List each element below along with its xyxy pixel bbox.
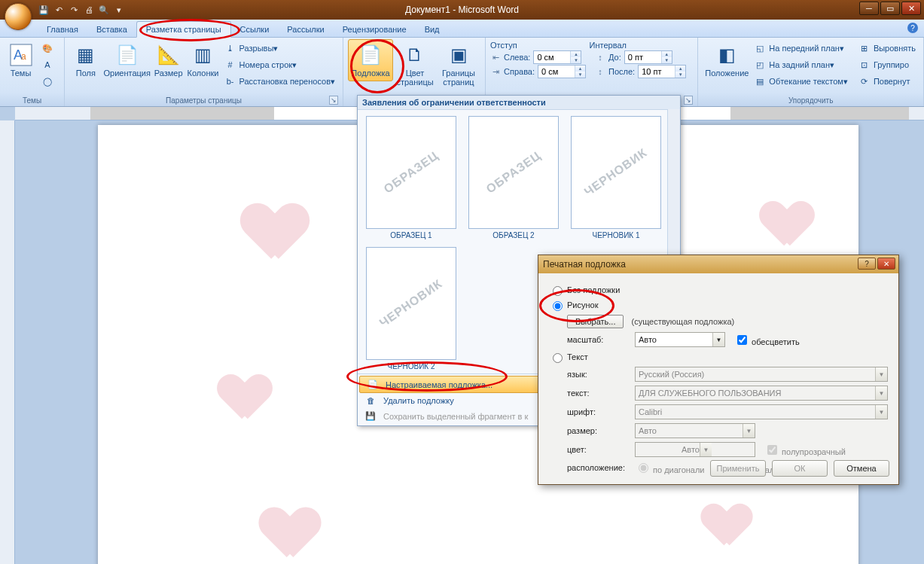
front-icon: ◱ (754, 42, 766, 54)
page-setup-launcher[interactable]: ↘ (329, 96, 338, 105)
watermark-thumb[interactable]: ОБРАЗЕЦОБРАЗЕЦ 1 (364, 116, 459, 239)
orientation-button[interactable]: 📄Ориентация (102, 39, 152, 81)
colors-icon: 🎨 (41, 42, 53, 54)
vertical-ruler[interactable] (0, 120, 15, 564)
orientation-icon: 📄 (115, 43, 139, 67)
close-button[interactable]: ✕ (901, 2, 921, 15)
watermark-thumb[interactable]: ОБРАЗЕЦОБРАЗЕЦ 2 (466, 116, 561, 239)
tab-insert[interactable]: Вставка (87, 22, 136, 37)
dialog-close-button[interactable]: ✕ (877, 258, 895, 270)
office-button[interactable] (5, 3, 32, 30)
radio-text[interactable]: Текст (549, 351, 888, 363)
spacing-header: Интервал (590, 41, 627, 50)
redo-icon[interactable]: ↷ (68, 4, 80, 16)
print-icon[interactable]: 🖨 (83, 4, 95, 16)
group-themes: Aa Темы 🎨 A ◯ Темы (0, 38, 65, 106)
columns-button[interactable]: ▥Колонки (185, 39, 221, 81)
indent-header: Отступ (490, 41, 517, 50)
theme-colors-button[interactable]: 🎨 (38, 41, 59, 56)
group-label-arrange: Упорядочить (703, 95, 919, 106)
radio-picture[interactable]: Рисунок (549, 299, 888, 311)
theme-fonts-button[interactable]: A (38, 57, 59, 72)
rotate-icon: ⟳ (858, 75, 871, 87)
indent-right-input[interactable]: ▲▼ (538, 65, 586, 78)
align-button[interactable]: ⊞Выровнять (855, 41, 919, 56)
custom-wm-icon: 📄 (366, 380, 380, 389)
effects-icon: ◯ (41, 75, 53, 87)
page-color-icon: 🗋 (403, 43, 427, 67)
watermark-thumb[interactable]: ЧЕРНОВИКЧЕРНОВИК 1 (569, 116, 663, 239)
tab-home[interactable]: Главная (38, 22, 87, 37)
watermark-button[interactable]: 📄Подложка (348, 39, 393, 81)
quick-access-toolbar: 💾 ↶ ↷ 🖨 🔍 ▾ (38, 4, 125, 16)
preview-icon[interactable]: 🔍 (98, 4, 110, 16)
dialog-title-bar[interactable]: Печатная подложка ?✕ (538, 255, 898, 273)
breaks-button[interactable]: ⤓Разрывы ▾ (221, 41, 338, 56)
group-objects-button[interactable]: ⊡Группиро (855, 57, 919, 72)
send-back-button[interactable]: ◰На задний план ▾ (751, 57, 851, 72)
tab-references[interactable]: Ссылки (231, 22, 279, 37)
tab-mailings[interactable]: Рассылки (278, 22, 333, 37)
ribbon-tabs: Главная Вставка Разметка страницы Ссылки… (0, 20, 924, 38)
scale-combo[interactable]: Авто▼ (635, 332, 725, 347)
qat-more-icon[interactable]: ▾ (113, 4, 125, 16)
group-page-setup: ▦Поля 📄Ориентация 📐Размер ▥Колонки ⤓Разр… (65, 38, 343, 106)
language-combo: Русский (Россия)▼ (635, 367, 888, 382)
indent-right-icon: ⇥ (490, 66, 501, 77)
remove-wm-icon: 🗑 (364, 396, 377, 405)
size-combo: Авто▼ (635, 423, 755, 438)
size-icon: 📐 (157, 43, 181, 67)
lineno-icon: # (224, 59, 236, 71)
tab-view[interactable]: Вид (416, 22, 449, 37)
line-numbers-button[interactable]: #Номера строк ▾ (221, 57, 338, 72)
dialog-title: Печатная подложка (543, 259, 626, 270)
hyphen-icon: b- (224, 75, 236, 87)
help-icon[interactable]: ? (907, 23, 918, 33)
spacing-before-icon: ↕ (595, 52, 605, 62)
undo-icon[interactable]: ↶ (53, 4, 65, 16)
washout-checkbox[interactable]: обесцветить (734, 333, 800, 347)
select-picture-button[interactable]: Выбрать... (567, 315, 624, 328)
spacing-before-input[interactable]: ▲▼ (624, 50, 672, 64)
group-label-page-setup: Параметры страницы↘ (69, 95, 338, 106)
indent-left-icon: ⇤ (490, 52, 501, 62)
svg-text:a: a (21, 51, 26, 62)
margins-button[interactable]: ▦Поля (69, 39, 102, 81)
watermark-icon: 📄 (358, 43, 383, 67)
tab-review[interactable]: Рецензирование (334, 22, 416, 37)
columns-icon: ▥ (191, 43, 215, 67)
watermark-thumb[interactable]: ЧЕРНОВИКЧЕРНОВИК 2 (364, 247, 459, 370)
spacing-after-input[interactable]: ▲▼ (638, 65, 686, 78)
semitransparent-checkbox: полупрозрачный (764, 443, 846, 457)
gallery-header: Заявления об ограничении ответственности (358, 96, 680, 110)
group-label-themes: Темы (5, 95, 59, 106)
window-buttons: ─ ▭ ✕ (858, 2, 921, 15)
position-button[interactable]: ◧Положение (703, 39, 751, 81)
dialog-help-button[interactable]: ? (858, 258, 876, 270)
dialog-body: Без подложки Рисунок Выбрать... (существ… (538, 273, 898, 486)
text-wrap-button[interactable]: ▤Обтекание текстом ▾ (751, 74, 851, 89)
cancel-button[interactable]: Отмена (834, 460, 889, 477)
page-color-button[interactable]: 🗋Цвет страницы (393, 39, 437, 90)
page-borders-button[interactable]: ▣Границы страниц (437, 39, 480, 90)
ok-button: ОК (772, 460, 828, 477)
group-icon: ⊡ (858, 59, 871, 71)
hyphenation-button[interactable]: b-Расстановка переносов ▾ (221, 74, 338, 89)
bring-front-button[interactable]: ◱На передний план ▾ (751, 41, 851, 56)
paragraph-launcher[interactable]: ↘ (684, 96, 693, 105)
wrap-icon: ▤ (754, 75, 766, 87)
page-borders-icon: ▣ (447, 43, 471, 67)
size-button[interactable]: 📐Размер (152, 39, 185, 81)
maximize-button[interactable]: ▭ (880, 2, 900, 15)
themes-button[interactable]: Aa Темы (5, 39, 37, 81)
color-combo: Авто▼ (635, 442, 755, 457)
indent-left-input[interactable]: ▲▼ (533, 50, 581, 64)
rotate-button[interactable]: ⟳Повернут (855, 74, 919, 89)
text-combo: ДЛЯ СЛУЖЕБНОГО ПОЛЬЗОВАНИЯ▼ (635, 386, 888, 401)
save-icon[interactable]: 💾 (38, 4, 50, 16)
radio-none[interactable]: Без подложки (549, 284, 888, 296)
watermark-dialog: Печатная подложка ?✕ Без подложки Рисуно… (538, 255, 899, 485)
minimize-button[interactable]: ─ (859, 2, 879, 15)
tab-page-layout[interactable]: Разметка страницы (136, 21, 231, 38)
theme-effects-button[interactable]: ◯ (38, 74, 59, 89)
